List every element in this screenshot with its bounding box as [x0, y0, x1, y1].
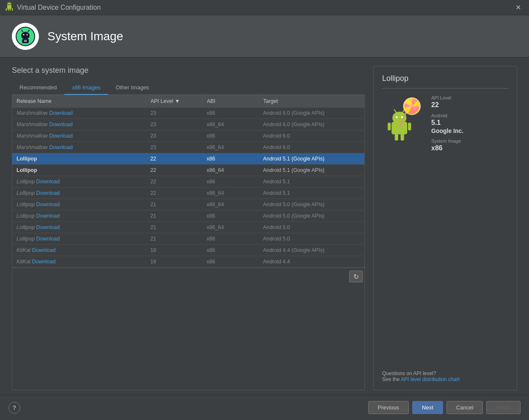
previous-button[interactable]: Previous: [368, 401, 409, 414]
system-image-label: System Image: [431, 138, 463, 144]
tab-x86images[interactable]: x86 Images: [64, 81, 108, 95]
svg-rect-12: [388, 123, 391, 130]
system-image-value: x86: [431, 144, 463, 152]
right-details: API Level 22 Android 5.1 Google Inc. Sys…: [431, 95, 463, 152]
table-row[interactable]: KitKat Download19x86Android 4.4 (Google …: [12, 245, 364, 256]
api-level-label: API Level: [431, 95, 463, 100]
svg-line-17: [394, 110, 397, 112]
android-label: Android: [431, 113, 463, 118]
cancel-button[interactable]: Cancel: [446, 401, 483, 414]
android-value: 5.1: [431, 119, 463, 127]
refresh-button[interactable]: ↻: [349, 271, 363, 282]
table-row[interactable]: KitKat Download19x86Android 4.4: [12, 256, 364, 268]
svg-point-2: [21, 32, 30, 39]
divider: [382, 88, 508, 88]
system-image-data-table: Marshmallow Download23x86Android 6.0 (Go…: [12, 108, 364, 268]
lollipop-image: [382, 95, 424, 146]
bottom-bar: ? Previous Next Cancel Finish: [0, 395, 529, 420]
tab-otherimages[interactable]: Other Images: [108, 81, 157, 95]
table-scroll-area[interactable]: Marshmallow Download23x86Android 6.0 (Go…: [12, 108, 364, 268]
table-header-row: Release Name API Level ▼ ABI Target: [12, 95, 364, 108]
vendor-value: Google Inc.: [431, 127, 463, 134]
col-release-name[interactable]: Release Name: [12, 95, 146, 108]
header-title: System Image: [47, 30, 123, 43]
api-level-value: 22: [431, 101, 463, 109]
svg-point-15: [396, 116, 398, 118]
bottom-buttons: Previous Next Cancel Finish: [368, 401, 521, 414]
svg-rect-9: [395, 133, 398, 141]
help-button[interactable]: ?: [8, 402, 20, 414]
right-panel: Lollipop: [373, 66, 517, 390]
left-panel: Select a system image Recommended x86 Im…: [12, 66, 365, 390]
title-bar: Virtual Device Configuration ✕: [0, 0, 529, 15]
api-level-questions: Questions on API level? See the API leve…: [382, 370, 508, 382]
questions-text: Questions on API level?: [382, 370, 436, 376]
section-label: Select a system image: [12, 66, 365, 75]
col-target[interactable]: Target: [259, 95, 364, 108]
system-image-table: Release Name API Level ▼ ABI Target: [12, 95, 364, 108]
table-row[interactable]: Lollipop Download22x86_64Android 5.1: [12, 188, 364, 199]
svg-point-14: [392, 112, 406, 124]
table-row[interactable]: Lollipop Download21x86Android 5.0 (Googl…: [12, 210, 364, 222]
tabs-container: Recommended x86 Images Other Images: [12, 81, 365, 95]
table-row[interactable]: Marshmallow Download23x86_64Android 6.0 …: [12, 119, 364, 130]
title-bar-icon: [5, 2, 14, 13]
table-row[interactable]: Lollipop Download21x86Android 5.0: [12, 233, 364, 245]
svg-point-3: [23, 34, 25, 35]
col-abi[interactable]: ABI: [202, 95, 259, 108]
main-content: Select a system image Recommended x86 Im…: [0, 58, 529, 395]
api-level-distribution-link[interactable]: API level distribution chart: [401, 376, 460, 382]
table-row[interactable]: Marshmallow Download23x86Android 6.0: [12, 130, 364, 142]
next-button[interactable]: Next: [412, 401, 443, 414]
svg-rect-10: [401, 133, 404, 141]
finish-button[interactable]: Finish: [486, 401, 521, 414]
close-button[interactable]: ✕: [512, 2, 524, 14]
see-text: See the: [382, 376, 400, 382]
refresh-row: ↻: [12, 268, 364, 285]
svg-text:AI: AI: [24, 39, 27, 42]
title-bar-title: Virtual Device Configuration: [17, 4, 101, 11]
system-image-table-container: Release Name API Level ▼ ABI Target: [12, 95, 365, 390]
table-row[interactable]: Marshmallow Download23x86_64Android 6.0: [12, 142, 364, 153]
table-row[interactable]: Lollipop Download21x86_64Android 5.0: [12, 222, 364, 233]
table-row[interactable]: Lollipop Download21x86_64Android 5.0 (Go…: [12, 199, 364, 210]
table-body: Marshmallow Download23x86Android 6.0 (Go…: [12, 108, 364, 268]
table-row[interactable]: Lollipop22x86_64Android 5.1 (Google APIs…: [12, 165, 364, 176]
table-row[interactable]: Lollipop22x86Android 5.1 (Google APIs): [12, 153, 364, 165]
col-api-level[interactable]: API Level ▼: [146, 95, 202, 108]
svg-rect-13: [408, 123, 411, 130]
right-content: API Level 22 Android 5.1 Google Inc. Sys…: [382, 95, 508, 152]
svg-point-4: [27, 34, 28, 35]
table-row[interactable]: Lollipop Download22x86Android 5.1: [12, 176, 364, 188]
tab-recommended[interactable]: Recommended: [12, 81, 64, 95]
table-row[interactable]: Marshmallow Download23x86Android 6.0 (Go…: [12, 108, 364, 119]
selected-image-title: Lollipop: [382, 74, 508, 83]
header: AI System Image: [0, 15, 529, 58]
header-logo: AI: [12, 23, 39, 50]
